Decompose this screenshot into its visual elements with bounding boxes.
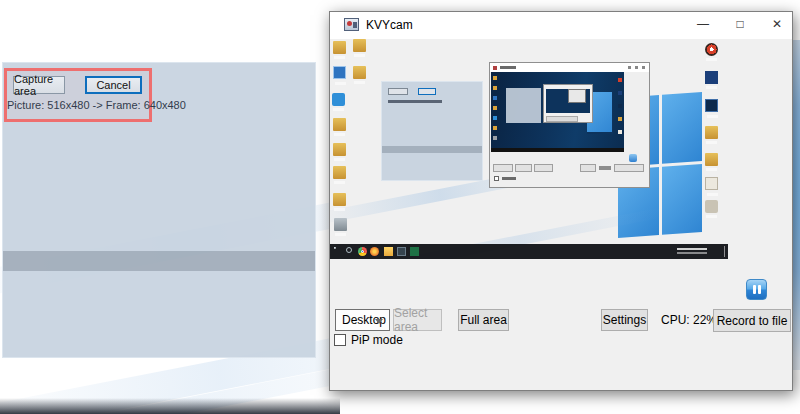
nested-pause-icon [629,154,637,162]
preview-wallpaper-band [382,146,482,153]
pip-mode-row: PiP mode [334,333,403,347]
cpu-usage-text: CPU: 22% [661,313,717,327]
capture-size-info: Picture: 516x480 -> Frame: 640x480 [7,99,186,111]
preview-show-desktop-nub [724,246,728,257]
preview-cancel-button [418,88,436,95]
nested-select-area-button [515,164,532,172]
nested-desktop-icon [493,126,497,130]
s-app-icon [705,71,718,84]
nested2-window [568,89,586,103]
darts-icon [705,200,718,213]
folder-icon [333,166,346,179]
nested-desktop-icon [493,96,497,100]
record-to-file-button[interactable]: Record to file [713,309,791,332]
pip-mode-checkbox[interactable] [334,334,346,346]
kvycam-window: KVYcam — □ ✕ [329,11,793,391]
desktop: Capture area Cancel Picture: 516x480 -> … [0,0,800,414]
folder-icon [333,193,346,206]
nested-desktop-icon [493,136,497,140]
nested-settings-button [580,164,596,172]
pip-mode-label: PiP mode [351,333,403,347]
app-blue-icon [332,93,345,106]
pause-icon [753,285,756,294]
chevron-down-icon [375,319,383,324]
settings-button[interactable]: Settings [601,309,648,331]
folder-icon [353,39,366,52]
explorer-taskbar-icon [384,247,393,256]
nested-desktop-icon [618,130,622,134]
nested-nested-kvycam-window [543,84,593,123]
pc-icon [333,66,346,79]
folder-icon [333,143,346,156]
nested2-controls [546,116,578,122]
nested-desktop-icon [493,116,497,120]
nested-pip-label [502,177,516,180]
recycle-icon [334,218,347,231]
nested-cpu-text [599,166,611,170]
nested-app-icon [493,66,497,70]
nested-desktop-icon [618,104,622,108]
wallpaper-shadow [0,398,340,414]
capture-area-button[interactable]: Capture area [13,76,65,94]
preview-nested-kvycam-window [489,62,650,188]
preview-capture-area-button [388,88,408,95]
preview-tray-date [677,252,707,254]
window-title: KVYcam [366,18,413,32]
start-taskbar-icon [334,247,338,251]
nested-preview [491,72,624,152]
capture-source-select[interactable]: Desktop [335,309,390,331]
nested-record-button [614,164,644,172]
capture-preview[interactable] [330,39,728,259]
minimize-button[interactable]: — [694,15,712,33]
folder-icon [333,41,346,54]
nested-desktop-icon [618,117,622,121]
preview-tray-clock [677,248,707,250]
preview-taskbar [330,244,728,259]
maximize-button[interactable]: □ [731,15,749,33]
pause-icon [758,285,761,294]
cancel-button[interactable]: Cancel [85,76,142,94]
nested-capture-overlay [506,88,541,123]
photoscape-icon [705,43,718,56]
folder-icon [705,126,718,139]
chrome-taskbar-icon [358,247,367,256]
kvycam-app-icon [344,18,359,31]
nested-window-buttons [628,66,646,69]
preview-capture-overlay [381,81,483,181]
excel-taskbar-icon [410,247,419,256]
titlebar[interactable]: KVYcam — □ ✕ [330,12,792,39]
kvycam-taskbar-icon [397,247,406,256]
nested-full-area-button [534,164,553,172]
nested-titlebar [490,63,649,72]
photoshop-icon [705,99,718,112]
nested-desktop-icon [493,106,497,110]
close-button[interactable]: ✕ [768,15,786,33]
nested-desktop-icon [493,76,497,80]
preview-size-text [388,100,442,103]
document-icon [705,177,718,190]
nested-desktop-icon [493,86,497,90]
folder-icon [353,66,366,79]
folder-icon [705,153,718,166]
search-taskbar-icon [346,247,352,253]
pause-button[interactable] [746,279,767,300]
nested-title-text [500,66,516,69]
nested-source-select [493,164,513,172]
nested-desktop-icon [618,91,622,95]
overlay-wallpaper-band [3,251,315,271]
capture-area-overlay[interactable]: Capture area Cancel Picture: 516x480 -> … [2,62,316,358]
nested-desktop-icon [618,78,622,82]
folder-icon [333,118,346,131]
firefox-taskbar-icon [370,247,379,256]
nested-pip-checkbox [494,176,499,181]
nested-taskbar [491,148,624,152]
select-area-button[interactable]: Select area [393,309,442,331]
full-area-button[interactable]: Full area [458,309,509,331]
